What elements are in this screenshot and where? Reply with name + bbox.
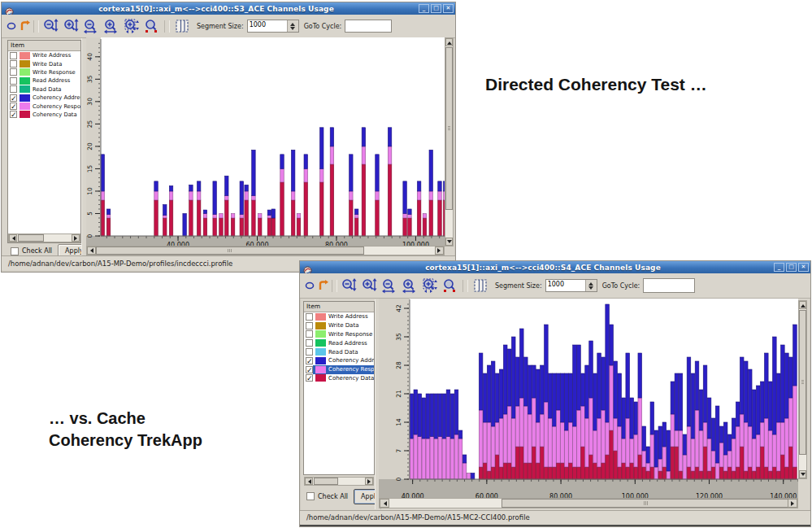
- usage-chart[interactable]: 051015202530354040,00060,00080,000100,00…: [86, 37, 445, 247]
- legend-checkbox[interactable]: [306, 322, 313, 329]
- spinner-arrows-icon[interactable]: [585, 280, 597, 291]
- titlebar[interactable]: cortexa15[1]::axi_m<-->cci400::S4_ACE Ch…: [300, 261, 810, 273]
- legend-item-read-address[interactable]: Read Address: [304, 338, 374, 347]
- segment-size-input[interactable]: [250, 21, 285, 28]
- zoom-in-horizontal-button[interactable]: [102, 17, 122, 36]
- legend-item-label: Write Data: [328, 322, 358, 329]
- scroll-right-arrow-icon[interactable]: [788, 499, 797, 508]
- legend-checkbox[interactable]: ✓: [10, 111, 17, 118]
- spinner-arrows-icon[interactable]: [287, 20, 298, 32]
- scroll-thumb[interactable]: [502, 499, 790, 508]
- scroll-left-arrow-icon[interactable]: [380, 499, 389, 508]
- legend-item-write-data[interactable]: Write Data: [8, 59, 80, 68]
- columns-button[interactable]: [172, 17, 192, 36]
- legend-checkbox[interactable]: ✓: [306, 374, 313, 382]
- zoom-select-button[interactable]: [441, 277, 461, 295]
- scroll-down-arrow-icon[interactable]: [799, 470, 806, 478]
- scroll-left-arrow-icon[interactable]: [9, 234, 17, 242]
- scroll-thumb[interactable]: [445, 47, 453, 210]
- legend-item-write-address[interactable]: Write Address: [304, 312, 374, 321]
- legend-checkbox[interactable]: ✓: [306, 357, 313, 364]
- legend-item-write-response[interactable]: Write Response: [8, 68, 80, 76]
- chart-scrollbar-h[interactable]: [379, 498, 798, 508]
- select-tool-button[interactable]: [302, 277, 316, 295]
- legend-item-write-response[interactable]: Write Response: [304, 330, 374, 339]
- maximize-button[interactable]: □: [786, 263, 797, 272]
- legend-checkbox[interactable]: [10, 68, 17, 76]
- usage-chart[interactable]: 07142128354240,00060,00080,000100,000120…: [379, 299, 798, 498]
- zoom-in-vertical-button[interactable]: [61, 17, 81, 36]
- legend-item-coherency-response[interactable]: ✓Coherency Response: [304, 365, 374, 374]
- zoom-select-button[interactable]: [142, 17, 163, 36]
- check-all-checkbox[interactable]: [306, 492, 315, 500]
- zoom-out-vertical-button[interactable]: [41, 17, 61, 36]
- minimize-button[interactable]: _: [774, 263, 784, 272]
- legend-color-swatch: [20, 60, 30, 68]
- legend-item-coherency-data[interactable]: ✓Coherency Data: [304, 374, 374, 383]
- legend-checkbox[interactable]: ✓: [306, 366, 313, 373]
- legend-item-coherency-address[interactable]: ✓Coherency Address: [304, 356, 374, 365]
- scroll-right-arrow-icon[interactable]: [435, 247, 444, 255]
- scroll-right-arrow-icon[interactable]: [365, 478, 373, 485]
- check-all-checkbox[interactable]: [11, 247, 19, 255]
- legend-item-write-address[interactable]: Write Address: [8, 51, 80, 59]
- chart-scrollbar-v[interactable]: [798, 300, 807, 479]
- close-button[interactable]: ✕: [798, 263, 809, 272]
- legend-checkbox[interactable]: [306, 348, 313, 356]
- legend-item-coherency-address[interactable]: ✓Coherency Address: [8, 94, 80, 102]
- legend-scrollbar-h[interactable]: [8, 233, 80, 242]
- select-tool-button[interactable]: [4, 17, 18, 36]
- check-all-label: Check All: [318, 493, 348, 500]
- marker-button[interactable]: [316, 277, 330, 295]
- zoom-box-button[interactable]: [420, 277, 441, 295]
- legend-item-read-address[interactable]: Read Address: [8, 76, 80, 85]
- legend-item-read-data[interactable]: Read Data: [8, 85, 80, 94]
- segment-size-input[interactable]: [548, 281, 584, 288]
- scroll-left-arrow-icon[interactable]: [87, 247, 96, 255]
- legend-checkbox[interactable]: [10, 85, 17, 93]
- legend-checkbox[interactable]: [10, 60, 17, 68]
- legend-checkbox[interactable]: [10, 77, 17, 85]
- legend-color-swatch: [315, 374, 326, 382]
- goto-cycle-input[interactable]: [643, 278, 695, 293]
- legend-color-swatch: [20, 52, 30, 59]
- legend-item-write-data[interactable]: Write Data: [304, 321, 374, 330]
- scroll-right-arrow-icon[interactable]: [72, 234, 80, 242]
- zoom-box-button[interactable]: [122, 17, 142, 36]
- zoom-out-vertical-button[interactable]: [339, 277, 359, 295]
- legend-checkbox[interactable]: [10, 52, 17, 59]
- legend-scrollbar-h[interactable]: [304, 477, 374, 486]
- legend-item-read-data[interactable]: Read Data: [304, 347, 374, 356]
- scroll-up-arrow-icon[interactable]: [799, 301, 806, 309]
- zoom-in-horizontal-button[interactable]: [400, 277, 420, 295]
- legend-checkbox[interactable]: ✓: [10, 103, 17, 110]
- scroll-left-arrow-icon[interactable]: [305, 478, 313, 485]
- zoom-box-icon: [124, 18, 141, 34]
- legend-item-coherency-data[interactable]: ✓Coherency Data: [8, 111, 80, 119]
- segment-size-spinner[interactable]: [247, 20, 299, 33]
- legend-checkbox[interactable]: [306, 313, 313, 321]
- minimize-button[interactable]: _: [419, 4, 429, 13]
- legend-checkbox[interactable]: [306, 330, 313, 338]
- goto-cycle-input[interactable]: [345, 20, 392, 33]
- zoom-out-horizontal-button[interactable]: [380, 277, 400, 295]
- legend-checkbox[interactable]: [306, 339, 313, 347]
- segment-size-spinner[interactable]: [545, 279, 597, 292]
- scroll-thumb[interactable]: [96, 247, 364, 255]
- maximize-button[interactable]: □: [431, 4, 441, 13]
- scroll-thumb[interactable]: [314, 478, 338, 485]
- scroll-up-arrow-icon[interactable]: [445, 38, 453, 46]
- chart-scrollbar-h[interactable]: [86, 246, 445, 255]
- scroll-thumb[interactable]: [18, 234, 44, 242]
- columns-button[interactable]: [470, 277, 490, 295]
- marker-button[interactable]: [18, 17, 32, 36]
- titlebar[interactable]: cortexa15[0]::axi_m<-->cci400::S3_ACE Ch…: [2, 2, 455, 15]
- zoom-out-horizontal-button[interactable]: [81, 17, 102, 36]
- legend-item-coherency-response[interactable]: ✓Coherency Response: [8, 102, 80, 110]
- legend-checkbox[interactable]: ✓: [10, 94, 17, 102]
- scroll-thumb[interactable]: [799, 310, 806, 455]
- close-button[interactable]: ✕: [443, 4, 454, 13]
- scroll-down-arrow-icon[interactable]: [445, 238, 453, 246]
- chart-scrollbar-v[interactable]: [445, 37, 454, 247]
- zoom-in-vertical-button[interactable]: [359, 277, 380, 295]
